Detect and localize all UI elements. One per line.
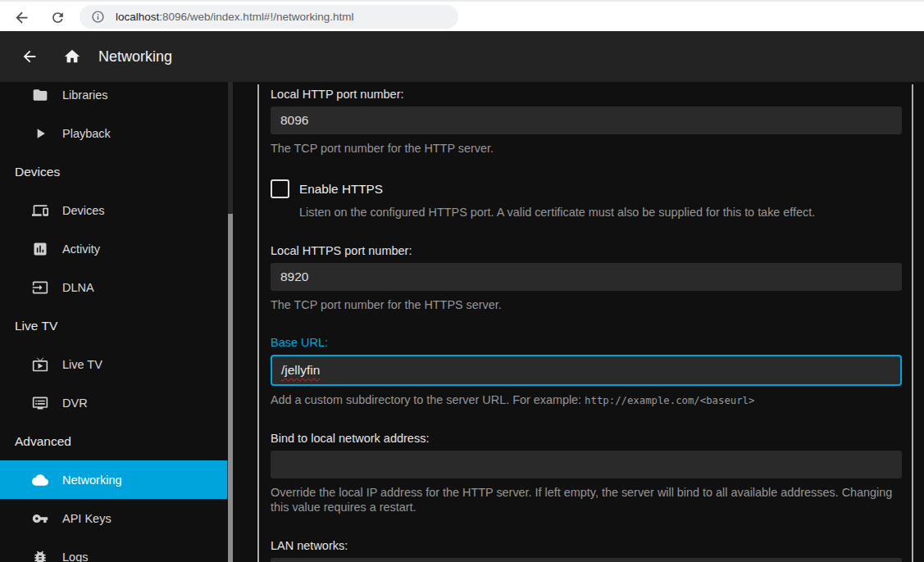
base-url-value: /jellyfin xyxy=(281,363,320,378)
sidebar-item-label: Activity xyxy=(62,242,100,256)
base-url-help-code: http://example.com/<baseurl> xyxy=(585,395,754,406)
folder-icon xyxy=(31,86,49,104)
sidebar-section-devices: Devices xyxy=(0,152,227,191)
sidebar: Libraries Playback Devices Devices Activ… xyxy=(0,82,233,562)
sidebar-item-label: API Keys xyxy=(62,512,112,525)
https-port-input[interactable] xyxy=(271,263,902,291)
dvr-icon xyxy=(31,394,49,412)
http-port-input[interactable] xyxy=(271,107,902,134)
bind-address-input[interactable] xyxy=(271,451,902,478)
sidebar-item-dlna[interactable]: DLNA xyxy=(0,268,227,306)
play-icon xyxy=(31,125,49,143)
sidebar-item-label: DVR xyxy=(62,397,88,410)
enable-https-checkbox[interactable] xyxy=(271,179,289,198)
sidebar-scrollbar-thumb[interactable] xyxy=(228,214,233,562)
sidebar-section-live-tv: Live TV xyxy=(0,306,227,345)
header-back-button[interactable] xyxy=(20,47,39,66)
base-url-field-group: Base URL: /jellyfin Add a custom subdire… xyxy=(271,336,902,408)
sidebar-item-label: Networking xyxy=(62,474,122,487)
https-port-field-group: Local HTTPS port number: The TCP port nu… xyxy=(271,244,902,312)
base-url-label: Base URL: xyxy=(271,336,902,349)
sidebar-item-networking[interactable]: Networking xyxy=(0,460,227,499)
base-url-help: Add a custom subdirectory to the server … xyxy=(271,392,902,408)
url-host: localhost xyxy=(116,11,159,23)
url-text: localhost:8096/web/index.html#!/networki… xyxy=(116,11,353,23)
sidebar-item-label: DLNA xyxy=(62,281,94,294)
bind-address-label: Bind to local network address: xyxy=(271,432,902,445)
https-port-help: The TCP port number for the HTTPS server… xyxy=(271,297,902,312)
enable-https-label: Enable HTTPS xyxy=(299,182,383,197)
sidebar-item-libraries[interactable]: Libraries xyxy=(0,82,227,114)
lan-networks-field-group: LAN networks: xyxy=(271,539,902,562)
sidebar-item-api-keys[interactable]: API Keys xyxy=(0,499,227,537)
app-header: Networking xyxy=(0,31,924,82)
lan-networks-input[interactable] xyxy=(271,558,902,562)
enable-https-help: Listen on the configured HTTPS port. A v… xyxy=(299,205,902,220)
enable-https-field-group: Enable HTTPS Listen on the configured HT… xyxy=(271,179,902,220)
sidebar-section-label: Advanced xyxy=(15,434,71,449)
live-tv-icon xyxy=(31,356,49,374)
sidebar-item-playback[interactable]: Playback xyxy=(0,114,227,152)
sidebar-item-label: Playback xyxy=(62,127,111,140)
url-path: :8096/web/index.html#!/networking.html xyxy=(159,11,353,23)
sidebar-item-activity[interactable]: Activity xyxy=(0,229,227,268)
sidebar-section-label: Live TV xyxy=(15,319,57,333)
networking-form: Local HTTP port number: The TCP port num… xyxy=(259,82,912,562)
sidebar-item-label: Libraries xyxy=(62,88,108,102)
key-icon xyxy=(31,510,49,528)
sidebar-section-advanced: Advanced xyxy=(0,422,227,460)
home-icon[interactable] xyxy=(62,47,82,66)
bug-icon xyxy=(31,548,49,562)
browser-back-button[interactable] xyxy=(11,7,31,27)
browser-refresh-button[interactable] xyxy=(48,7,67,27)
cloud-icon xyxy=(31,471,49,489)
sidebar-item-logs[interactable]: Logs xyxy=(0,537,227,562)
bind-address-field-group: Bind to local network address: Override … xyxy=(271,432,902,515)
sidebar-item-label: Logs xyxy=(62,551,88,562)
page-title: Networking xyxy=(98,31,172,82)
address-bar[interactable]: localhost:8096/web/index.html#!/networki… xyxy=(80,5,458,29)
sidebar-section-label: Devices xyxy=(15,165,60,179)
bar-chart-icon xyxy=(31,240,49,258)
sidebar-item-devices[interactable]: Devices xyxy=(0,191,227,229)
base-url-help-text: Add a custom subdirectory to the server … xyxy=(271,393,585,406)
browser-chrome: localhost:8096/web/index.html#!/networki… xyxy=(0,0,924,31)
content-scrollbar[interactable] xyxy=(912,84,913,562)
http-port-field-group: Local HTTP port number: The TCP port num… xyxy=(271,88,902,156)
https-port-label: Local HTTPS port number: xyxy=(271,244,902,257)
input-box-icon xyxy=(31,279,49,297)
devices-icon xyxy=(31,202,49,220)
http-port-help: The TCP port number for the HTTP server. xyxy=(271,141,902,156)
http-port-label: Local HTTP port number: xyxy=(271,88,902,101)
base-url-input[interactable]: /jellyfin xyxy=(271,355,902,386)
lan-networks-label: LAN networks: xyxy=(271,539,902,552)
info-circle-icon[interactable] xyxy=(91,10,105,24)
sidebar-item-label: Devices xyxy=(62,204,105,217)
sidebar-item-label: Live TV xyxy=(62,358,102,371)
bind-address-help: Override the local IP address for the HT… xyxy=(271,485,902,515)
sidebar-item-live-tv[interactable]: Live TV xyxy=(0,345,227,383)
sidebar-item-dvr[interactable]: DVR xyxy=(0,383,227,422)
